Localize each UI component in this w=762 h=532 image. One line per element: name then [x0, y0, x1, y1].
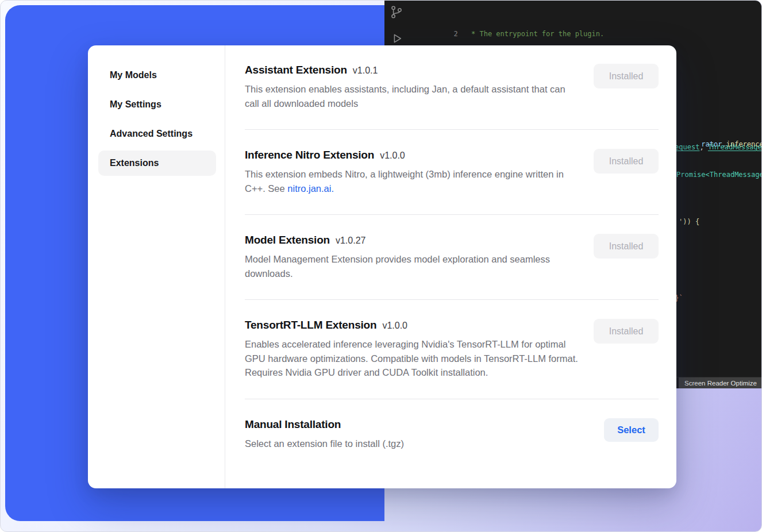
extension-version: v1.0.1: [353, 65, 378, 76]
extension-version: v1.0.0: [382, 321, 407, 331]
extension-name: Assistant Extension: [245, 64, 347, 76]
installed-button[interactable]: Installed: [594, 234, 659, 259]
description-text: This extension enables assistants, inclu…: [245, 84, 565, 109]
description-text: Select an extension file to install (.tg…: [245, 438, 404, 449]
extension-version: v1.0.0: [380, 151, 405, 161]
extension-info: Model Extension v1.0.27 Model Management…: [245, 234, 578, 280]
description-text: Model Management Extension provides mode…: [245, 254, 550, 279]
divider: [245, 299, 659, 300]
code-fragment: rator.inference(data));: [676, 132, 762, 156]
divider: [245, 129, 659, 130]
extension-description: Model Management Extension provides mode…: [245, 252, 578, 280]
manual-installation-description: Select an extension file to install (.tg…: [245, 437, 404, 451]
manual-installation-title: Manual Installation: [245, 418, 341, 431]
sidebar-item-my-models[interactable]: My Models: [98, 63, 216, 88]
extension-heading: Model Extension v1.0.27: [245, 234, 578, 246]
manual-installation-row: Manual Installation Select an extension …: [245, 418, 659, 451]
extension-heading: Assistant Extension v1.0.1: [245, 64, 578, 76]
select-button[interactable]: Select: [604, 418, 659, 442]
code-token: rator.: [701, 140, 726, 148]
extension-name: Model Extension: [245, 234, 330, 246]
installed-button[interactable]: Installed: [594, 149, 659, 174]
extension-heading: TensortRT-LLM Extension v1.0.0: [245, 319, 578, 331]
extension-info: Inference Nitro Extension v1.0.0 This ex…: [245, 149, 578, 195]
nitro-jan-ai-link[interactable]: nitro.jan.ai.: [287, 183, 334, 194]
extension-info: Manual Installation Select an extension …: [245, 418, 404, 451]
activity-bar: [390, 5, 403, 45]
extension-description: This extension embeds Nitro, a lightweig…: [245, 167, 578, 195]
extension-description: Enables accelerated inference leveraging…: [245, 337, 578, 380]
extension-info: Assistant Extension v1.0.1 This extensio…: [245, 64, 578, 110]
extension-name: TensortRT-LLM Extension: [245, 319, 376, 331]
extension-row-assistant: Assistant Extension v1.0.1 This extensio…: [245, 64, 659, 110]
git-branch-icon[interactable]: [390, 5, 403, 19]
desktop: 2 * The entrypoint for the plugin. 3 */ …: [0, 0, 762, 532]
extension-heading: Inference Nitro Extension v1.0.0: [245, 149, 578, 161]
extension-name: Inference Nitro Extension: [245, 149, 374, 161]
extensions-list: Assistant Extension v1.0.1 This extensio…: [225, 45, 676, 488]
code-fragment: Promise<ThreadMessage>: [676, 171, 762, 179]
divider: [245, 214, 659, 215]
installed-button[interactable]: Installed: [594, 64, 659, 88]
settings-modal: My Models My Settings Advanced Settings …: [88, 45, 676, 488]
line-number: 2: [444, 29, 458, 38]
sidebar-item-advanced-settings[interactable]: Advanced Settings: [98, 121, 216, 147]
sidebar-item-extensions[interactable]: Extensions: [98, 151, 216, 176]
installed-button[interactable]: Installed: [594, 319, 659, 344]
extension-heading: Manual Installation: [245, 418, 404, 431]
run-debug-icon[interactable]: [390, 32, 403, 45]
extension-row-inference-nitro: Inference Nitro Extension v1.0.0 This ex…: [245, 149, 659, 195]
code-line: 2 * The entrypoint for the plugin.: [411, 20, 762, 29]
sidebar-item-my-settings[interactable]: My Settings: [98, 92, 216, 117]
settings-sidebar: My Models My Settings Advanced Settings …: [88, 45, 225, 488]
extension-row-model: Model Extension v1.0.27 Model Management…: [245, 234, 659, 280]
extension-info: TensortRT-LLM Extension v1.0.0 Enables a…: [245, 319, 578, 380]
code-token: inference: [726, 140, 762, 148]
code-text: * The entrypoint for the plugin.: [467, 30, 604, 38]
extension-version: v1.0.27: [336, 236, 365, 246]
divider: [245, 399, 659, 399]
code-fragment: ')) {: [679, 218, 699, 226]
description-text: Enables accelerated inference leveraging…: [245, 339, 578, 377]
statusbar-item-screen-reader[interactable]: Screen Reader Optimize: [679, 377, 762, 389]
extension-description: This extension enables assistants, inclu…: [245, 82, 578, 110]
extension-row-tensorrt-llm: TensortRT-LLM Extension v1.0.0 Enables a…: [245, 319, 659, 380]
